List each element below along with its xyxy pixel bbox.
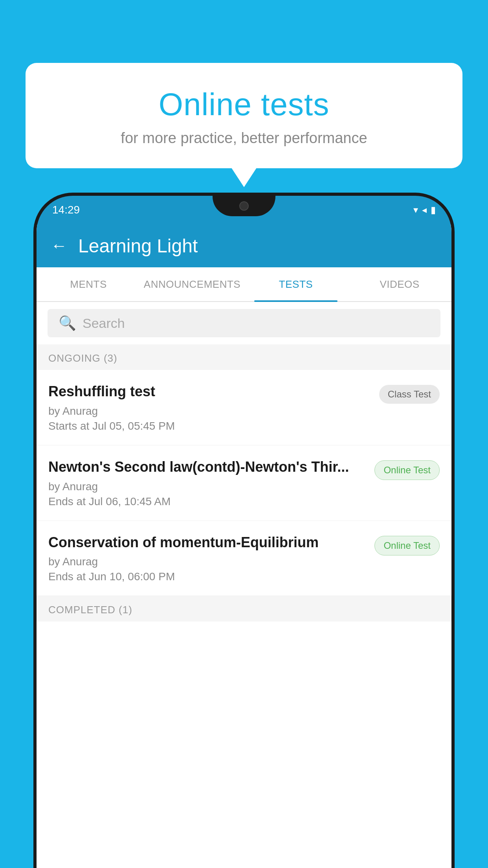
test-time: Starts at Jul 05, 05:45 PM: [48, 420, 371, 432]
bubble-subtitle: for more practice, better performance: [41, 130, 447, 147]
test-badge: Class Test: [379, 385, 440, 404]
test-author: by Anurag: [48, 480, 367, 493]
test-title: Reshuffling test: [48, 383, 371, 401]
tab-videos[interactable]: VIDEOS: [348, 267, 451, 301]
phone-screen: ← Learning Light MENTS ANNOUNCEMENTS TES…: [37, 224, 451, 868]
test-title: Newton's Second law(contd)-Newton's Thir…: [48, 458, 367, 476]
status-icons: ▾ ◂ ▮: [413, 204, 436, 215]
signal-icon: ◂: [422, 204, 427, 215]
test-author: by Anurag: [48, 405, 371, 417]
completed-section-label: COMPLETED (1): [48, 604, 132, 616]
test-title: Conservation of momentum-Equilibrium: [48, 533, 367, 552]
tab-announcements[interactable]: ANNOUNCEMENTS: [140, 267, 244, 301]
search-bar[interactable]: 🔍 Search: [48, 309, 440, 337]
completed-section-header: COMPLETED (1): [37, 596, 451, 622]
ongoing-section-header: ONGOING (3): [37, 344, 451, 370]
test-info: Newton's Second law(contd)-Newton's Thir…: [48, 458, 374, 508]
test-list: Reshuffling test by Anurag Starts at Jul…: [37, 370, 451, 596]
speech-bubble-container: Online tests for more practice, better p…: [26, 63, 462, 168]
back-button[interactable]: ←: [51, 236, 67, 255]
test-badge: Online Test: [374, 536, 440, 555]
search-bar-container: 🔍 Search: [37, 302, 451, 344]
status-time: 14:29: [52, 204, 80, 216]
test-item[interactable]: Reshuffling test by Anurag Starts at Jul…: [37, 370, 451, 445]
camera: [239, 201, 249, 211]
test-item[interactable]: Conservation of momentum-Equilibrium by …: [37, 521, 451, 596]
status-bar: 14:29 ▾ ◂ ▮: [37, 196, 451, 224]
test-item[interactable]: Newton's Second law(contd)-Newton's Thir…: [37, 445, 451, 521]
test-info: Reshuffling test by Anurag Starts at Jul…: [48, 383, 379, 432]
test-author: by Anurag: [48, 555, 367, 568]
test-badge: Online Test: [374, 460, 440, 480]
ongoing-section-label: ONGOING (3): [48, 352, 117, 364]
speech-bubble: Online tests for more practice, better p…: [26, 63, 462, 168]
wifi-icon: ▾: [413, 204, 418, 215]
search-placeholder: Search: [83, 316, 125, 331]
phone-inner: 14:29 ▾ ◂ ▮ ← Learning Light MENTS: [37, 196, 451, 868]
notch: [213, 196, 275, 216]
search-icon: 🔍: [59, 315, 76, 331]
phone-frame: 14:29 ▾ ◂ ▮ ← Learning Light MENTS: [33, 193, 455, 868]
test-time: Ends at Jun 10, 06:00 PM: [48, 570, 367, 583]
bubble-title: Online tests: [41, 86, 447, 123]
test-info: Conservation of momentum-Equilibrium by …: [48, 533, 374, 583]
tab-tests[interactable]: TESTS: [244, 267, 348, 301]
app-title: Learning Light: [78, 235, 198, 257]
app-bar: ← Learning Light: [37, 224, 451, 267]
test-time: Ends at Jul 06, 10:45 AM: [48, 495, 367, 508]
battery-icon: ▮: [431, 204, 436, 215]
tab-bar: MENTS ANNOUNCEMENTS TESTS VIDEOS: [37, 267, 451, 302]
tab-ments[interactable]: MENTS: [37, 267, 140, 301]
